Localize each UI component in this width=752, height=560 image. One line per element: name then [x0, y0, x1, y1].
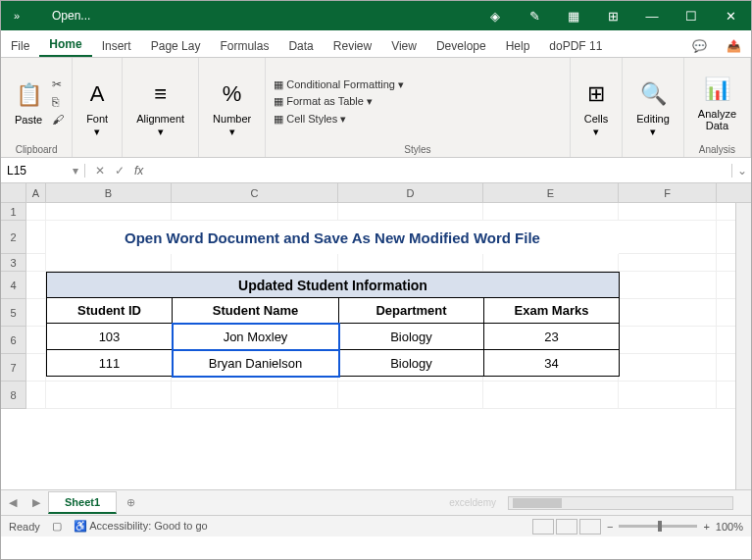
row-header-2[interactable]: 2	[1, 221, 26, 254]
normal-view-button[interactable]	[532, 519, 554, 535]
enter-formula-icon[interactable]: ✓	[115, 164, 125, 178]
th-exam-marks[interactable]: Exam Marks	[484, 298, 620, 324]
sheet-tab-sheet1[interactable]: Sheet1	[48, 491, 117, 514]
font-button[interactable]: AFont▾	[80, 76, 114, 138]
group-cells: ⊞Cells▾	[571, 58, 623, 157]
th-department[interactable]: Department	[339, 298, 484, 324]
sheet-nav-next-icon[interactable]: ▶	[25, 496, 48, 509]
diamond-icon[interactable]: ◈	[478, 4, 512, 27]
student-table: Updated Student Information Student ID S…	[46, 272, 620, 377]
alignment-button[interactable]: ≡Alignment▾	[130, 76, 190, 138]
select-all-corner[interactable]	[1, 183, 26, 202]
col-header-c[interactable]: C	[172, 183, 338, 202]
watermark: exceldemy	[449, 497, 496, 508]
tab-data[interactable]: Data	[278, 33, 323, 57]
ribbon-tabs: File Home Insert Page Lay Formulas Data …	[1, 30, 751, 58]
zoom-out-button[interactable]: −	[607, 521, 613, 533]
add-sheet-button[interactable]: ⊕	[117, 496, 145, 509]
font-icon: A	[90, 77, 105, 111]
worksheet: A B C D E F 1 2 3 4 5 6 7 8	[1, 183, 751, 489]
group-font: AFont▾	[73, 58, 123, 157]
tab-file[interactable]: File	[1, 33, 39, 57]
percent-icon: %	[223, 77, 242, 111]
copy-icon[interactable]: ⎘	[52, 95, 64, 109]
vertical-scrollbar[interactable]	[735, 203, 751, 489]
tab-dopdf[interactable]: doPDF 11	[539, 33, 612, 57]
th-student-id[interactable]: Student ID	[47, 298, 173, 324]
row-header-8[interactable]: 8	[1, 382, 26, 409]
group-number: %Number▾	[199, 58, 266, 157]
number-button[interactable]: %Number▾	[207, 76, 257, 138]
tab-review[interactable]: Review	[324, 33, 381, 57]
row-header-5[interactable]: 5	[1, 299, 26, 327]
expand-formula-icon[interactable]: ⌄	[731, 164, 751, 178]
analyze-data-button[interactable]: 📊Analyze Data	[692, 71, 742, 133]
tab-formulas[interactable]: Formulas	[210, 33, 278, 57]
col-header-f[interactable]: F	[619, 183, 717, 202]
comments-button[interactable]: 💬	[682, 35, 717, 57]
tab-home[interactable]: Home	[39, 31, 91, 57]
zoom-slider[interactable]	[619, 525, 697, 528]
row-header-6[interactable]: 6	[1, 327, 26, 354]
qat-expand-icon[interactable]: »	[5, 10, 28, 22]
group-analysis: 📊Analyze Data Analysis	[684, 58, 751, 157]
title-bar: » Open... ◈ ✎ ▦ ⊞ — ☐ ✕	[1, 1, 751, 30]
cells-button[interactable]: ⊞Cells▾	[578, 76, 614, 138]
tab-insert[interactable]: Insert	[92, 33, 141, 57]
page-break-view-button[interactable]	[579, 519, 601, 535]
table-row: 111 Bryan Danielson Biology 34	[47, 350, 620, 377]
format-as-table-button[interactable]: ▦ Format as Table ▾	[274, 93, 404, 111]
close-button[interactable]: ✕	[714, 4, 747, 27]
group-clipboard: 📋 Paste ✂ ⎘ 🖌 Clipboard	[1, 58, 73, 157]
accessibility-status[interactable]: ♿ Accessibility: Good to go	[74, 520, 208, 533]
table-title[interactable]: Updated Student Information	[47, 273, 620, 298]
sheet-nav-prev-icon[interactable]: ◀	[1, 496, 25, 509]
sheet-title[interactable]: Open Word Document and Save As New Modif…	[46, 221, 619, 254]
group-alignment: ≡Alignment▾	[123, 58, 199, 157]
zoom-level[interactable]: 100%	[716, 521, 743, 533]
col-header-b[interactable]: B	[46, 183, 172, 202]
maximize-button[interactable]: ☐	[675, 4, 708, 27]
zoom-in-button[interactable]: +	[703, 521, 709, 533]
row-headers: 1 2 3 4 5 6 7 8	[1, 203, 26, 409]
fx-icon[interactable]: fx	[134, 164, 149, 178]
row-header-1[interactable]: 1	[1, 203, 26, 221]
th-student-name[interactable]: Student Name	[173, 298, 339, 324]
grid-icon[interactable]: ▦	[557, 4, 590, 27]
conditional-formatting-button[interactable]: ▦ Conditional Formatting ▾	[274, 76, 404, 94]
paste-button[interactable]: 📋 Paste	[9, 76, 48, 127]
cancel-formula-icon[interactable]: ✕	[95, 164, 105, 178]
table-row: 103 Jon Moxley Biology 23	[47, 324, 620, 350]
cut-icon[interactable]: ✂	[52, 77, 64, 91]
name-box[interactable]: L15▾	[1, 164, 85, 178]
pen-icon[interactable]: ✎	[518, 4, 551, 27]
col-header-a[interactable]: A	[26, 183, 46, 202]
tab-help[interactable]: Help	[496, 33, 540, 57]
cell-styles-button[interactable]: ▦ Cell Styles ▾	[274, 111, 404, 128]
page-layout-view-button[interactable]	[556, 519, 577, 535]
status-bar: Ready ▢ ♿ Accessibility: Good to go − + …	[1, 515, 751, 536]
row-header-3[interactable]: 3	[1, 254, 26, 272]
row-header-4[interactable]: 4	[1, 272, 26, 299]
minimize-button[interactable]: —	[635, 4, 669, 27]
format-painter-icon[interactable]: 🖌	[52, 113, 64, 127]
col-header-d[interactable]: D	[338, 183, 483, 202]
tab-view[interactable]: View	[381, 33, 426, 57]
editing-button[interactable]: 🔍Editing▾	[630, 76, 676, 138]
cells-icon: ⊞	[587, 77, 605, 111]
group-styles: ▦ Conditional Formatting ▾ ▦ Format as T…	[266, 58, 571, 157]
circuit-icon[interactable]: ⊞	[596, 4, 629, 27]
col-header-e[interactable]: E	[483, 183, 619, 202]
column-headers: A B C D E F	[1, 183, 751, 203]
cells-grid[interactable]: Open Word Document and Save As New Modif…	[26, 203, 751, 409]
sheet-tab-bar: ◀ ▶ Sheet1 ⊕ exceldemy	[1, 489, 751, 515]
search-icon: 🔍	[640, 77, 667, 111]
tab-pagelayout[interactable]: Page Lay	[141, 33, 211, 57]
row-header-7[interactable]: 7	[1, 354, 26, 382]
document-name: Open...	[52, 9, 90, 23]
share-button[interactable]: 📤	[717, 35, 751, 57]
horizontal-scrollbar[interactable]	[508, 496, 733, 510]
clipboard-icon: 📋	[16, 78, 42, 112]
tab-developer[interactable]: Develope	[426, 33, 496, 57]
macro-record-icon[interactable]: ▢	[52, 520, 62, 533]
